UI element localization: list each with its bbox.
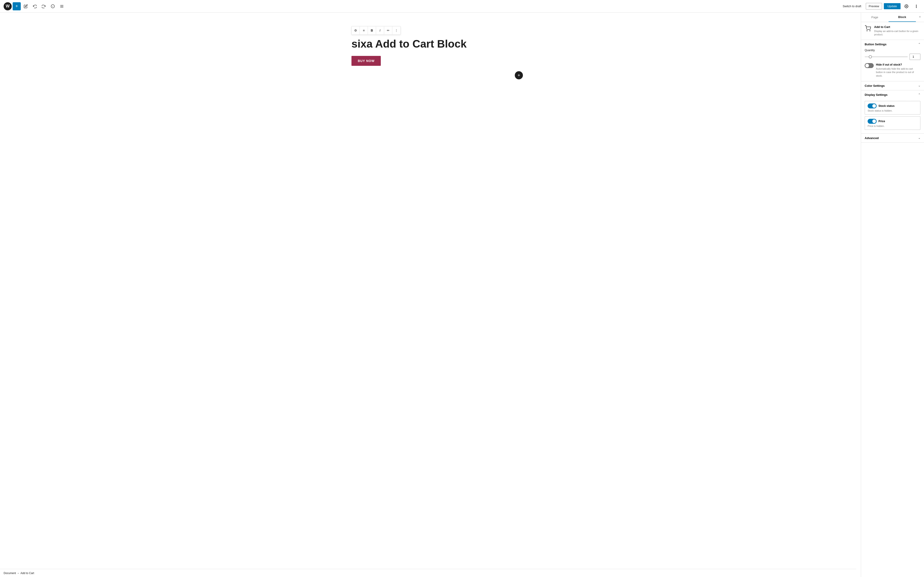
undo-button[interactable] <box>31 2 39 10</box>
block-description: Display an add-to-cart button for a give… <box>874 29 921 37</box>
color-settings-title: Color Settings <box>865 84 885 87</box>
tab-page[interactable]: Page <box>861 13 888 22</box>
block-title-label: Add to Cart <box>874 25 921 29</box>
add-to-cart-icon <box>865 25 872 32</box>
breadcrumb-arrow: → <box>17 572 19 575</box>
breadcrumb: Document → Add to Cart <box>0 569 856 577</box>
stock-status-desc: Stock status is hidden. <box>867 109 918 112</box>
svg-point-6 <box>906 6 907 7</box>
svg-point-8 <box>916 6 917 6</box>
hide-out-of-stock-toggle[interactable] <box>865 63 874 68</box>
chevron-up-icon-2: ⌃ <box>918 93 921 96</box>
panel-tabs: Page Block × <box>861 13 924 22</box>
panel-close-button[interactable]: × <box>916 13 924 21</box>
display-settings-header[interactable]: Display Settings ⌃ <box>861 90 924 99</box>
tab-block[interactable]: Block <box>888 13 916 22</box>
advanced-title: Advanced <box>865 136 879 140</box>
buy-now-button[interactable]: BUY NOW <box>351 56 381 66</box>
svg-point-7 <box>916 5 917 5</box>
toolbar-right: Switch to draft Preview Update <box>840 2 921 10</box>
svg-point-10 <box>867 31 867 31</box>
hide-out-of-stock-description: Automatically hide the add-to-cart butto… <box>876 67 921 77</box>
list-view-button[interactable] <box>58 2 66 10</box>
svg-point-11 <box>870 31 870 31</box>
block-title: sixa Add to Cart Block <box>351 37 509 50</box>
chevron-down-icon-2: ⌄ <box>918 136 921 140</box>
block-align-icon[interactable]: ≡ <box>360 26 368 34</box>
add-block-float-button[interactable]: + <box>515 71 523 79</box>
add-block-button[interactable]: + <box>13 2 21 10</box>
preview-button[interactable]: Preview <box>866 3 882 10</box>
breadcrumb-document: Document <box>3 572 16 575</box>
display-settings-content: Stock status Stock status is hidden. Pri… <box>861 101 924 134</box>
switch-to-draft-button[interactable]: Switch to draft <box>840 3 864 9</box>
button-settings-title: Button Settings <box>865 43 887 46</box>
editor-area: ⚙ ≡ B I ✏ ⋮ sixa Add to Cart Block BUY N… <box>0 13 861 577</box>
quantity-row: 1 <box>865 54 921 60</box>
block-info: Add to Cart Display an add-to-cart butto… <box>861 22 924 40</box>
block-italic-icon[interactable]: I <box>376 26 384 34</box>
chevron-down-icon: ⌄ <box>918 84 921 87</box>
price-label: Price <box>879 120 885 123</box>
top-toolbar: W + Switch to draft Preview Update <box>0 0 924 13</box>
stock-status-item: Stock status Stock status is hidden. <box>865 101 921 114</box>
hide-out-of-stock-label: Hide if out of stock? <box>876 63 921 66</box>
hide-out-of-stock-text: Hide if out of stock? Automatically hide… <box>876 63 921 77</box>
main-area: ⚙ ≡ B I ✏ ⋮ sixa Add to Cart Block BUY N… <box>0 13 924 577</box>
breadcrumb-page: Add to Cart <box>21 572 34 575</box>
wp-logo[interactable]: W <box>3 2 12 10</box>
stock-status-row: Stock status <box>867 103 918 108</box>
block-bold-icon[interactable]: B <box>368 26 376 34</box>
quantity-slider[interactable] <box>865 56 908 57</box>
update-button[interactable]: Update <box>884 3 901 9</box>
quantity-label: Quantity <box>865 49 921 52</box>
block-more-icon[interactable]: ⋮ <box>392 26 401 34</box>
edit-button[interactable] <box>22 2 30 10</box>
right-panel: Page Block × Add to Cart Display an add-… <box>861 13 924 577</box>
info-button[interactable] <box>49 2 57 10</box>
price-desc: Price is hidden. <box>867 125 918 127</box>
svg-point-9 <box>916 7 917 8</box>
stock-status-toggle[interactable] <box>867 103 877 108</box>
stock-status-label: Stock status <box>879 104 895 108</box>
toolbar-left: W + <box>3 2 66 10</box>
more-options-button[interactable] <box>912 2 921 10</box>
price-item: Price Price is hidden. <box>865 116 921 130</box>
quantity-input[interactable]: 1 <box>909 54 921 60</box>
display-settings-section: Display Settings ⌃ Stock status Stock st… <box>861 90 924 134</box>
editor-content: ⚙ ≡ B I ✏ ⋮ sixa Add to Cart Block BUY N… <box>351 26 509 66</box>
block-toolbar: ⚙ ≡ B I ✏ ⋮ <box>351 26 401 35</box>
color-settings-section: Color Settings ⌄ <box>861 81 924 90</box>
block-edit-icon[interactable]: ✏ <box>384 26 392 34</box>
button-settings-section: Button Settings ⌃ Quantity 1 Hide if out… <box>861 40 924 81</box>
advanced-header[interactable]: Advanced ⌄ <box>861 134 924 142</box>
price-row: Price <box>867 119 918 124</box>
button-settings-header[interactable]: Button Settings ⌃ <box>861 40 924 49</box>
block-settings-icon[interactable]: ⚙ <box>352 26 360 34</box>
advanced-section: Advanced ⌄ <box>861 134 924 143</box>
settings-button[interactable] <box>902 2 911 10</box>
button-settings-content: Quantity 1 Hide if out of stock? Automat… <box>861 49 924 81</box>
price-toggle[interactable] <box>867 119 877 124</box>
display-settings-title: Display Settings <box>865 93 887 97</box>
block-info-text: Add to Cart Display an add-to-cart butto… <box>874 25 921 37</box>
redo-button[interactable] <box>40 2 48 10</box>
hide-out-of-stock-row: Hide if out of stock? Automatically hide… <box>865 63 921 77</box>
color-settings-header[interactable]: Color Settings ⌄ <box>861 81 924 90</box>
chevron-up-icon: ⌃ <box>918 43 921 46</box>
